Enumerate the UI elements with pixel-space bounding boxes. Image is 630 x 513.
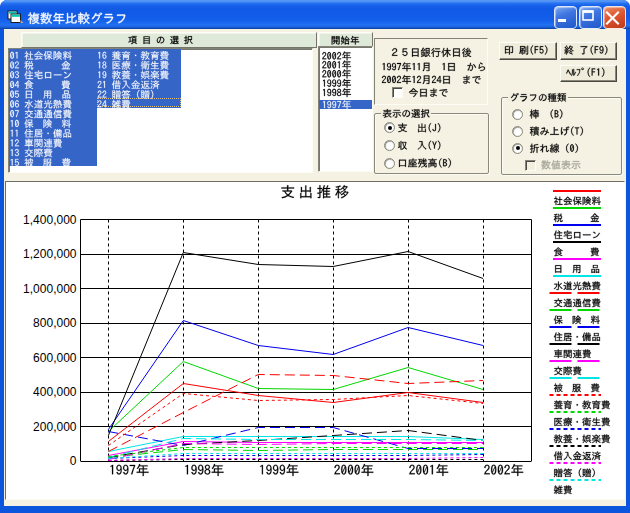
svg-text:1,400,000: 1,400,000 [23, 213, 77, 227]
svg-text:800,000: 800,000 [33, 316, 77, 330]
svg-text:0: 0 [70, 454, 77, 468]
svg-text:600,000: 600,000 [33, 351, 77, 365]
svg-text:200,000: 200,000 [33, 420, 77, 434]
svg-text:1,200,000: 1,200,000 [23, 247, 77, 261]
svg-text:1,000,000: 1,000,000 [23, 282, 77, 296]
svg-text:400,000: 400,000 [33, 385, 77, 399]
